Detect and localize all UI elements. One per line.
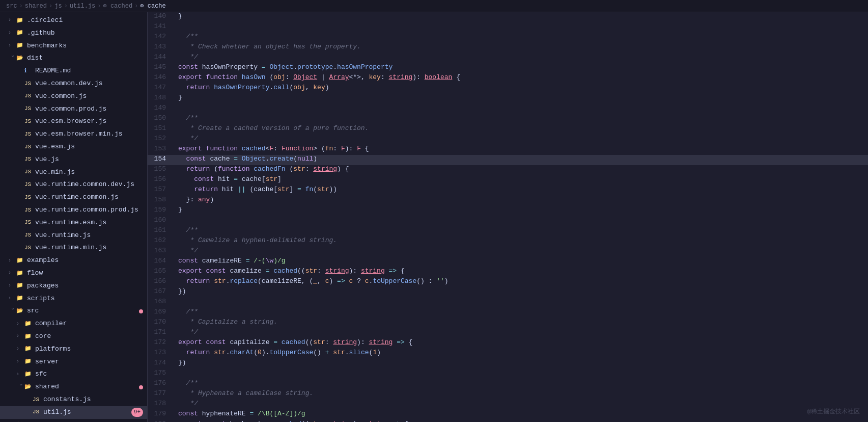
line-number: 146: [148, 73, 174, 84]
line-number: 149: [148, 104, 174, 114]
line-content: */: [174, 53, 868, 63]
sidebar-item-vue-esm-browser-min[interactable]: › JS vue.esm.browser.min.js: [0, 128, 147, 141]
code-line-145: 145 const hasOwnProperty = Object.protot…: [148, 63, 868, 73]
breadcrumb-cache[interactable]: ⊕ cache: [140, 2, 165, 10]
line-content: /**: [174, 114, 868, 124]
code-table: 140 } 141 142 /** 143 * Check whether an…: [148, 12, 868, 422]
sidebar-item-src[interactable]: › 📂 src: [0, 305, 147, 318]
code-line-176: 176 /**: [148, 379, 868, 389]
breadcrumb-shared[interactable]: shared: [25, 3, 47, 10]
sidebar-label: vue.esm.js: [35, 142, 147, 152]
line-number: 171: [148, 328, 174, 338]
code-editor: 140 } 141 142 /** 143 * Check whether an…: [148, 12, 868, 422]
sidebar-item-flow[interactable]: › 📁 flow: [0, 267, 147, 280]
js-icon: JS: [24, 168, 34, 177]
sidebar-item-circleci[interactable]: › 📁 .circleci: [0, 14, 147, 27]
js-icon: JS: [24, 104, 34, 114]
arrow-icon: ›: [8, 42, 16, 50]
code-line-153: 153 export function cached<F: Function> …: [148, 145, 868, 155]
folder-icon: 📁: [24, 320, 34, 329]
sidebar-item-vue-runtime-min[interactable]: › JS vue.runtime.min.js: [0, 242, 147, 254]
code-line-156: 156 const hit = cache[str]: [148, 175, 868, 186]
folder-icon: 📁: [24, 370, 34, 379]
sidebar-item-vue[interactable]: › JS vue.js: [0, 153, 147, 166]
line-number: 143: [148, 43, 174, 53]
sidebar-label: vue.runtime.js: [35, 230, 147, 241]
line-number: 165: [148, 267, 174, 277]
code-line-150: 150 /**: [148, 114, 868, 124]
code-line-175: 175: [148, 369, 868, 379]
sidebar-label: scripts: [27, 294, 147, 304]
sidebar-item-scripts[interactable]: › 📁 scripts: [0, 293, 147, 305]
sidebar-item-sfc[interactable]: › 📁 sfc: [0, 368, 147, 381]
folder-icon: 📁: [24, 332, 34, 341]
sidebar-item-packages[interactable]: › 📁 packages: [0, 280, 147, 293]
line-content: }): [174, 287, 868, 298]
js-icon: JS: [24, 231, 34, 240]
sidebar-item-core[interactable]: › 📁 core: [0, 330, 147, 343]
line-content: export function cached<F: Function> (fn:…: [174, 145, 868, 155]
sidebar-item-vue-runtime-esm[interactable]: › JS vue.runtime.esm.js: [0, 217, 147, 229]
sidebar-label: util.js: [43, 407, 131, 418]
sidebar-label: examples: [27, 255, 147, 266]
sep2: ›: [49, 3, 52, 10]
line-number: 168: [148, 298, 174, 308]
sidebar-item-vue-esm-browser[interactable]: › JS vue.esm.browser.js: [0, 115, 147, 128]
code-line-179: 179 const hyphenateRE = /\B([A-Z])/g: [148, 410, 868, 420]
sidebar-label: vue.runtime.common.prod.js: [35, 205, 147, 216]
code-line-174: 174 }): [148, 359, 868, 369]
code-line-168: 168: [148, 298, 868, 308]
sidebar-label: benchmarks: [27, 41, 147, 51]
code-line-162: 162 * Camelize a hyphen-delimited string…: [148, 236, 868, 247]
sidebar-item-dist[interactable]: › 📂 dist: [0, 52, 147, 65]
sidebar-item-test[interactable]: › 📁 test: [0, 419, 147, 423]
sidebar-item-github[interactable]: › 📁 .github: [0, 27, 147, 40]
sidebar-item-vue-esm[interactable]: › JS vue.esm.js: [0, 141, 147, 153]
line-content: }): [174, 359, 868, 369]
code-line-155: 155 return (function cachedFn (str: stri…: [148, 165, 868, 175]
sidebar-item-vue-common-prod[interactable]: › JS vue.common.prod.js: [0, 103, 147, 116]
code-line-180: 180 export const hyphenate = cached((str…: [148, 420, 868, 422]
sidebar-item-platforms[interactable]: › 📁 platforms: [0, 343, 147, 356]
breadcrumb-utiljs[interactable]: util.js: [70, 3, 95, 10]
sidebar-item-shared[interactable]: › 📂 shared: [0, 381, 147, 393]
sidebar-item-server[interactable]: › 📁 server: [0, 356, 147, 368]
modified-dot: [139, 385, 143, 389]
sidebar-label: platforms: [35, 344, 147, 355]
breadcrumb-js[interactable]: js: [54, 3, 62, 10]
code-line-143: 143 * Check whether an object has the pr…: [148, 43, 868, 53]
sidebar-item-vue-runtime[interactable]: › JS vue.runtime.js: [0, 229, 147, 242]
line-content: */: [174, 328, 868, 338]
line-number: 173: [148, 349, 174, 359]
line-content: /**: [174, 226, 868, 236]
modified-dot: [139, 309, 143, 313]
sidebar-item-vue-common[interactable]: › JS vue.common.js: [0, 90, 147, 103]
line-number: 148: [148, 94, 174, 104]
line-content: */: [174, 400, 868, 410]
sidebar-item-vue-min[interactable]: › JS vue.min.js: [0, 166, 147, 179]
sidebar-item-vue-common-dev[interactable]: › JS vue.common.dev.js: [0, 77, 147, 90]
sidebar-item-benchmarks[interactable]: › 📁 benchmarks: [0, 40, 147, 52]
code-line-177: 177 * Hyphenate a camelCase string.: [148, 389, 868, 400]
sidebar-item-constants[interactable]: › JS constants.js: [0, 393, 147, 406]
sidebar-item-examples[interactable]: › 📁 examples: [0, 254, 147, 267]
sidebar-item-readme[interactable]: › ℹ README.md: [0, 65, 147, 77]
line-number: 158: [148, 196, 174, 206]
sidebar-item-vue-runtime-common-dev[interactable]: › JS vue.runtime.common.dev.js: [0, 178, 147, 191]
sidebar-item-utiljs[interactable]: › JS util.js 9+: [0, 406, 147, 419]
arrow-icon: ›: [8, 257, 16, 265]
line-number: 180: [148, 420, 174, 422]
js-icon: JS: [24, 143, 34, 152]
code-line-147: 147 return hasOwnProperty.call(obj, key): [148, 84, 868, 94]
breadcrumb-src[interactable]: src: [6, 3, 17, 10]
folder-icon: 📁: [24, 357, 34, 366]
line-content: * Camelize a hyphen-delimited string.: [174, 236, 868, 247]
code-line-141: 141: [148, 22, 868, 33]
line-content: return str.replace(camelizeRE, (_, c) =>…: [174, 277, 868, 287]
folder-icon: 📁: [16, 294, 25, 303]
sidebar-item-vue-runtime-common-prod[interactable]: › JS vue.runtime.common.prod.js: [0, 204, 147, 217]
sidebar-item-compiler[interactable]: › 📁 compiler: [0, 318, 147, 330]
code-line-149: 149: [148, 104, 868, 114]
breadcrumb-cached[interactable]: ⊕ cached: [103, 2, 132, 10]
sidebar-item-vue-runtime-common[interactable]: › JS vue.runtime.common.js: [0, 191, 147, 204]
